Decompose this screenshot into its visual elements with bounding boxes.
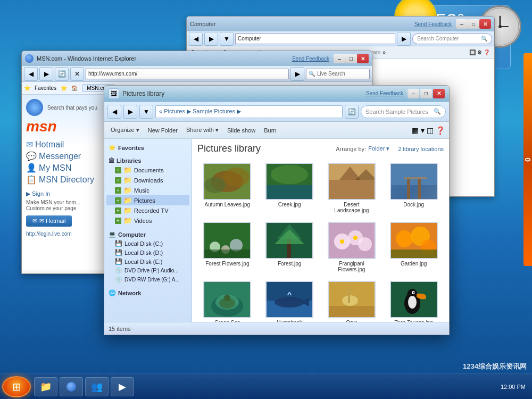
computer-maximize-button[interactable]: □ bbox=[468, 19, 479, 29]
file-frangipani[interactable]: Frangipani Flowers.jpg bbox=[323, 220, 381, 275]
ie-address-go[interactable]: ▶ bbox=[290, 67, 304, 81]
svg-point-7 bbox=[223, 168, 250, 187]
file-forest[interactable]: Forest.jpg bbox=[261, 220, 319, 275]
share-with-button[interactable]: Share with ▾ bbox=[184, 126, 221, 135]
sidebar-item-d-drive[interactable]: 💾 Local Disk (D:) bbox=[106, 248, 189, 257]
ie-titlebar: MSN.com - Windows Internet Explorer Send… bbox=[22, 51, 372, 66]
ie-favorites-label[interactable]: Favorites bbox=[35, 85, 56, 91]
file-forest-flowers[interactable]: Forest Flowers.jpg bbox=[198, 220, 256, 275]
computer-forward-button[interactable]: ▶ bbox=[204, 32, 218, 46]
computer-send-feedback[interactable]: Send Feedback bbox=[414, 21, 452, 27]
status-items-count: 15 items bbox=[109, 326, 131, 332]
computer-titlebar: Computer Send Feedback – □ ✕ bbox=[187, 16, 494, 31]
explorer-close-button[interactable]: ✕ bbox=[433, 89, 445, 98]
file-creek[interactable]: Creek.jpg bbox=[261, 161, 319, 215]
taskbar-media-button[interactable]: 👥 bbox=[85, 377, 109, 396]
computer-address-go[interactable]: ▶ bbox=[397, 32, 411, 46]
file-desert[interactable]: Desert Landscape.jpg bbox=[323, 161, 381, 215]
view-dropdown-icon[interactable]: ▾ bbox=[421, 126, 425, 135]
explorer-recent-button[interactable]: ▼ bbox=[139, 105, 153, 119]
library-locations[interactable]: 2 library locations bbox=[398, 146, 444, 152]
sidebar-item-videos[interactable]: + 📁 Videos bbox=[106, 215, 189, 226]
plus-icon-6: + bbox=[115, 218, 121, 224]
sidebar-item-downloads[interactable]: + 📁 Downloads bbox=[106, 175, 189, 185]
ie-search-box[interactable]: 🔍 Live Search bbox=[306, 69, 370, 79]
sidebar-item-music[interactable]: + 📁 Music bbox=[106, 185, 189, 195]
file-green-sea[interactable]: Green Sea bbox=[198, 279, 256, 322]
explorer-address-bar[interactable]: « Pictures ▶ Sample Pictures ▶ bbox=[155, 105, 343, 118]
folder-dropdown[interactable]: Folder ▾ bbox=[368, 145, 389, 152]
explorer-sidebar: ⭐ Favorites 🏛 Libraries + 📁 Documents + … bbox=[104, 139, 192, 322]
new-folder-button[interactable]: New Folder bbox=[146, 126, 180, 135]
file-garden[interactable]: Garden.jpg bbox=[385, 220, 443, 275]
svg-point-6 bbox=[204, 177, 226, 193]
computer-back-button[interactable]: ◀ bbox=[189, 32, 203, 46]
ie-home-icon[interactable]: 🏠 bbox=[71, 85, 78, 91]
file-dock[interactable]: Dock.jpg bbox=[385, 161, 443, 215]
ie-favorites-icon: ⭐ bbox=[24, 85, 30, 91]
sidebar-item-recorded-tv[interactable]: + 📁 Recorded TV bbox=[106, 205, 189, 215]
svg-point-33 bbox=[340, 239, 344, 244]
computer-search-box[interactable]: Search Computer 🔍 bbox=[412, 34, 492, 44]
burn-button[interactable]: Burn bbox=[262, 126, 278, 135]
start-button[interactable] bbox=[2, 376, 31, 397]
ie-close-button[interactable]: ✕ bbox=[357, 54, 369, 63]
sidebar-item-f-drive[interactable]: 💿 DVD Drive (F:) Audio... bbox=[106, 266, 189, 275]
pane-toggle-icon[interactable]: ◫ bbox=[427, 126, 434, 135]
ie-minimize-button[interactable]: – bbox=[334, 54, 345, 63]
svg-rect-24 bbox=[204, 250, 250, 258]
svg-point-60 bbox=[413, 292, 414, 294]
thumb-forest-img bbox=[265, 222, 313, 259]
ie-back-button[interactable]: ◀ bbox=[24, 67, 38, 81]
view-icon[interactable]: ▦ bbox=[412, 126, 419, 135]
sidebar-item-pictures[interactable]: + 📁 Pictures bbox=[106, 195, 189, 205]
computer-minimize-button[interactable]: – bbox=[456, 19, 468, 29]
computer-address-bar[interactable]: Computer bbox=[235, 34, 395, 44]
ie-refresh-button[interactable]: 🔄 bbox=[55, 67, 69, 81]
file-humpback[interactable]: Humpback bbox=[261, 279, 319, 322]
explorer-window-controls: – □ ✕ bbox=[408, 89, 445, 98]
ie-stop-button[interactable]: ✕ bbox=[70, 67, 84, 81]
thumb-dock-img bbox=[390, 163, 438, 200]
help-icon[interactable]: ❓ bbox=[436, 126, 445, 135]
explorer-send-feedback[interactable]: Send Feedback bbox=[366, 90, 403, 96]
explorer-back-button[interactable]: ◀ bbox=[107, 105, 121, 119]
sidebar-item-c-drive[interactable]: 💾 Local Disk (C:) bbox=[106, 239, 189, 248]
explorer-forward-button[interactable]: ▶ bbox=[123, 105, 137, 119]
ie-toolbar: ◀ ▶ 🔄 ✕ http://www.msn.com/ ▶ 🔍 Live Sea… bbox=[22, 66, 372, 82]
svg-point-32 bbox=[358, 237, 372, 251]
explorer-minimize-button[interactable]: – bbox=[408, 89, 419, 98]
file-garden-label: Garden.jpg bbox=[401, 261, 427, 267]
computer-icon: 💻 bbox=[109, 231, 116, 238]
messenger-icon: 💬 bbox=[26, 151, 37, 161]
file-autumn-leaves[interactable]: Autumn Leaves.jpg bbox=[198, 161, 256, 215]
computer-close-button[interactable]: ✕ bbox=[479, 19, 491, 29]
ie-maximize-button[interactable]: □ bbox=[345, 54, 357, 63]
slide-show-button[interactable]: Slide show bbox=[225, 126, 257, 135]
file-oryx[interactable]: Oryx bbox=[323, 279, 381, 322]
explorer-maximize-button[interactable]: □ bbox=[420, 89, 432, 98]
ie-address-bar[interactable]: http://www.msn.com/ bbox=[86, 69, 289, 79]
computer-refresh-button[interactable]: ▼ bbox=[220, 32, 234, 46]
svg-point-10 bbox=[271, 165, 308, 184]
sidebar-item-e-drive[interactable]: 💾 Local Disk (E:) bbox=[106, 257, 189, 266]
address-path: « Pictures ▶ Sample Pictures ▶ bbox=[159, 108, 241, 115]
taskbar-play-button[interactable]: ▶ bbox=[111, 377, 134, 396]
directory-icon: 📋 bbox=[26, 174, 37, 185]
explorer-search-box[interactable]: Search Sample Pictures 🔍 bbox=[361, 105, 446, 118]
computer-header: 💻 Computer bbox=[106, 230, 189, 239]
sidebar-item-documents[interactable]: + 📁 Documents bbox=[106, 165, 189, 175]
orange-sidebar-bar[interactable]: 0 bbox=[523, 53, 532, 266]
explorer-refresh-button[interactable]: 🔄 bbox=[345, 105, 359, 119]
organize-button[interactable]: Organize ▾ bbox=[109, 126, 142, 135]
ie-forward-button[interactable]: ▶ bbox=[39, 67, 53, 81]
file-toco-toucan[interactable]: Toco Toucan.jpg bbox=[385, 279, 443, 322]
ie-send-feedback[interactable]: Send Feedback bbox=[292, 56, 329, 62]
svg-point-3 bbox=[498, 25, 502, 28]
taskbar-explorer-button[interactable]: 📁 bbox=[34, 377, 57, 396]
taskbar-ie-button[interactable] bbox=[60, 377, 83, 396]
sidebar-item-g-drive[interactable]: 💿 DVD RW Drive (G:) A... bbox=[106, 275, 189, 284]
explorer-status-bar: 15 items bbox=[104, 322, 449, 335]
network-section: 🌐 Network bbox=[106, 288, 189, 297]
search-icon: 🔍 bbox=[434, 108, 441, 115]
